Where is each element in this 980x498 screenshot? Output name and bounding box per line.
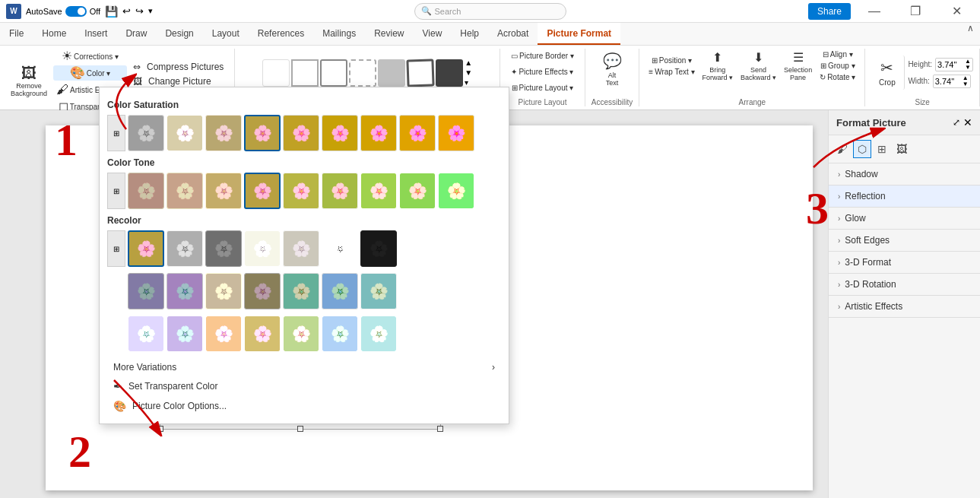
- tab-picture-format[interactable]: Picture Format: [538, 23, 620, 45]
- tab-file[interactable]: File: [0, 23, 33, 45]
- group-button[interactable]: ⊞ Group ▾: [817, 61, 858, 71]
- tab-draw[interactable]: Draw: [116, 23, 156, 45]
- tone-swatch-8[interactable]: 🌸: [438, 173, 474, 209]
- maximize-button[interactable]: ❐: [898, 0, 933, 23]
- sat-swatch-1[interactable]: 🌸: [167, 115, 203, 151]
- artistic-effects-row[interactable]: › Artistic Effects: [829, 296, 980, 317]
- picture-layout-button[interactable]: ⊞ Picture Layout ▾: [506, 81, 579, 95]
- recolor-teal2[interactable]: 🌸: [322, 316, 358, 352]
- ribbon-collapse-icon[interactable]: ∧: [961, 23, 980, 45]
- wrap-text-button[interactable]: ≡ Wrap Text ▾: [645, 67, 697, 77]
- selection-pane-button[interactable]: ☰ SelectionPane: [781, 49, 815, 83]
- recolor-peach[interactable]: 🌸: [205, 316, 242, 352]
- styles-scroll-up[interactable]: ▲: [465, 59, 472, 67]
- tab-review[interactable]: Review: [365, 23, 413, 45]
- sat-swatch-8[interactable]: 🌸: [438, 115, 474, 151]
- height-down[interactable]: ▼: [963, 65, 972, 71]
- width-input[interactable]: [934, 76, 961, 87]
- sat-swatch-6[interactable]: 🌸: [360, 115, 397, 151]
- recolor-green1[interactable]: 🌸: [283, 273, 319, 309]
- recolor-blue3[interactable]: 🌸: [167, 316, 203, 352]
- remove-background-button[interactable]: 🖼 RemoveBackground: [6, 62, 52, 100]
- bring-forward-button[interactable]: ⬆ BringForward ▾: [699, 49, 737, 83]
- fp-effects-icon[interactable]: ⬡: [853, 140, 871, 158]
- search-box[interactable]: 🔍 Search: [414, 3, 566, 20]
- 3d-rotation-row[interactable]: › 3-D Rotation: [829, 274, 980, 295]
- recolor-blue1[interactable]: 🌸: [128, 273, 164, 309]
- tab-design[interactable]: Design: [156, 23, 202, 45]
- recolor-lightblue[interactable]: 🌸: [128, 316, 164, 352]
- recolor-gray2[interactable]: 🌸: [205, 230, 242, 267]
- sat-swatch-7[interactable]: 🌸: [399, 115, 436, 151]
- align-button[interactable]: ⊟ Align ▾: [817, 49, 858, 59]
- shadow-row[interactable]: › Shadow: [829, 163, 980, 185]
- tone-swatch-1[interactable]: 🌸: [167, 173, 203, 209]
- format-panel-close[interactable]: ✕: [963, 116, 972, 128]
- recolor-gray4[interactable]: 🌸: [244, 273, 281, 309]
- send-backward-button[interactable]: ⬇ SendBackward ▾: [737, 49, 779, 83]
- quick-access-more[interactable]: ▾: [148, 6, 153, 16]
- sat-swatch-3[interactable]: 🌸: [244, 115, 281, 151]
- style-thumb-5[interactable]: [378, 59, 405, 87]
- recolor-sketch[interactable]: 🌸: [283, 230, 319, 267]
- recolor-green2[interactable]: 🌸: [360, 273, 397, 309]
- color-button[interactable]: 🎨 Color ▾: [53, 65, 127, 81]
- picture-effects-button[interactable]: ✦ Picture Effects ▾: [506, 65, 579, 79]
- styles-scroll-down[interactable]: ▼: [465, 68, 472, 77]
- compress-pictures-button[interactable]: ⇔ Compress Pictures: [130, 60, 227, 74]
- 3d-format-row[interactable]: › 3-D Format: [829, 252, 980, 273]
- sat-swatch-4[interactable]: 🌸: [283, 115, 319, 151]
- style-thumb-1[interactable]: [262, 59, 290, 87]
- share-button[interactable]: Share: [808, 3, 851, 20]
- style-thumb-7[interactable]: [436, 59, 463, 87]
- style-thumb-6[interactable]: [407, 59, 435, 87]
- tone-swatch-6[interactable]: 🌸: [360, 173, 397, 209]
- redo-icon[interactable]: ↪: [135, 5, 144, 17]
- tone-swatch-2[interactable]: 🌸: [205, 173, 242, 209]
- corrections-button[interactable]: ☀ Corrections ▾: [53, 49, 127, 64]
- fp-fill-icon[interactable]: 🖌: [833, 140, 852, 158]
- undo-icon[interactable]: ↩: [122, 5, 131, 17]
- glow-row[interactable]: › Glow: [829, 208, 980, 229]
- recolor-bw[interactable]: 🌸: [322, 230, 358, 267]
- tab-insert[interactable]: Insert: [75, 23, 116, 45]
- close-button[interactable]: ✕: [939, 0, 974, 23]
- styles-expand[interactable]: ▾: [465, 78, 472, 87]
- minimize-button[interactable]: —: [857, 0, 892, 23]
- tone-swatch-3[interactable]: 🌸: [244, 173, 281, 209]
- recolor-teal1[interactable]: 🌸: [322, 273, 358, 309]
- picture-border-button[interactable]: ▭ Picture Border ▾: [506, 49, 579, 63]
- save-icon[interactable]: 💾: [105, 5, 118, 17]
- soft-edges-row[interactable]: › Soft Edges: [829, 230, 980, 251]
- style-thumb-4[interactable]: [349, 59, 376, 87]
- recolor-blue2[interactable]: 🌸: [167, 273, 203, 309]
- fp-picture-icon[interactable]: 🖼: [893, 140, 911, 158]
- width-down[interactable]: ▼: [961, 81, 970, 87]
- sat-swatch-0[interactable]: 🌸: [128, 115, 164, 151]
- crop-button[interactable]: ✂ Crop: [871, 56, 905, 90]
- recolor-orange1[interactable]: 🌸: [283, 316, 319, 352]
- sat-swatch-2[interactable]: 🌸: [205, 115, 242, 151]
- tab-acrobat[interactable]: Acrobat: [488, 23, 538, 45]
- style-thumb-2[interactable]: [291, 59, 319, 87]
- picture-color-options-item[interactable]: 🎨 Picture Color Options...: [107, 396, 501, 416]
- more-variations-item[interactable]: More Variations ›: [107, 358, 501, 376]
- style-thumb-3[interactable]: [320, 59, 347, 87]
- recolor-black[interactable]: 🌸: [360, 230, 397, 267]
- tab-view[interactable]: View: [414, 23, 452, 45]
- tab-layout[interactable]: Layout: [203, 23, 249, 45]
- tab-home[interactable]: Home: [33, 23, 75, 45]
- tone-swatch-4[interactable]: 🌸: [283, 173, 319, 209]
- alt-text-button[interactable]: 💬 AltText: [595, 49, 629, 90]
- set-transparent-color-item[interactable]: ✒ Set Transparent Color: [107, 376, 501, 396]
- rotate-button[interactable]: ↻ Rotate ▾: [817, 72, 858, 82]
- recolor-gray5[interactable]: 🌸: [244, 316, 281, 352]
- tone-swatch-7[interactable]: 🌸: [399, 173, 436, 209]
- recolor-original[interactable]: 🌸: [128, 230, 164, 267]
- recolor-lightgreen[interactable]: 🌸: [360, 316, 397, 352]
- tab-mailings[interactable]: Mailings: [313, 23, 365, 45]
- recolor-gray1[interactable]: 🌸: [167, 230, 203, 267]
- expand-icon[interactable]: ⤢: [953, 117, 960, 128]
- height-input[interactable]: [936, 59, 963, 70]
- recolor-brown1[interactable]: 🌸: [205, 273, 242, 309]
